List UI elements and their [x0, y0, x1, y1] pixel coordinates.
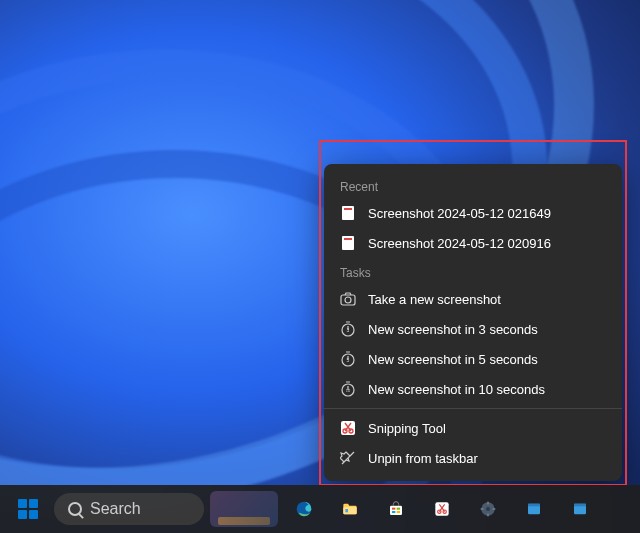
app-label: Snipping Tool — [368, 421, 446, 436]
svg-rect-15 — [392, 508, 395, 510]
svg-rect-17 — [392, 511, 395, 513]
svg-rect-31 — [574, 504, 586, 507]
task-label: Take a new screenshot — [368, 292, 501, 307]
taskbar-app-edge[interactable] — [284, 489, 324, 529]
svg-rect-25 — [487, 514, 488, 517]
svg-rect-26 — [481, 508, 484, 509]
task-label: New screenshot in 3 seconds — [368, 322, 538, 337]
edge-icon — [296, 501, 312, 517]
gear-icon — [480, 501, 496, 517]
snipping-tool-icon — [340, 420, 356, 436]
search-icon — [68, 502, 82, 516]
taskbar: Search — [0, 485, 640, 533]
svg-rect-14 — [390, 506, 402, 515]
recent-section-label: Recent — [324, 172, 622, 198]
task-label: New screenshot in 10 seconds — [368, 382, 545, 397]
timer-10-icon: 10 — [340, 381, 356, 397]
taskbar-app-snipping-tool[interactable] — [422, 489, 462, 529]
timer-3-icon: 3 — [340, 321, 356, 337]
svg-rect-29 — [528, 504, 540, 507]
taskbar-app-generic[interactable] — [560, 489, 600, 529]
recent-item[interactable]: Screenshot 2024-05-12 020916 — [324, 228, 622, 258]
svg-text:5: 5 — [347, 357, 350, 363]
widgets-button[interactable] — [210, 491, 278, 527]
search-box[interactable]: Search — [54, 493, 204, 525]
recent-item-label: Screenshot 2024-05-12 021649 — [368, 206, 551, 221]
svg-rect-18 — [397, 511, 400, 513]
open-app-item[interactable]: Snipping Tool — [324, 413, 622, 443]
svg-text:10: 10 — [346, 388, 351, 393]
svg-point-23 — [486, 507, 490, 511]
file-icon — [340, 205, 356, 221]
unpin-icon — [340, 450, 356, 466]
task-screenshot-3s[interactable]: 3 New screenshot in 3 seconds — [324, 314, 622, 344]
unpin-item[interactable]: Unpin from taskbar — [324, 443, 622, 473]
recent-item-label: Screenshot 2024-05-12 020916 — [368, 236, 551, 251]
svg-text:3: 3 — [347, 327, 350, 333]
svg-rect-13 — [345, 509, 348, 512]
separator — [324, 408, 622, 409]
unpin-label: Unpin from taskbar — [368, 451, 478, 466]
task-screenshot-5s[interactable]: 5 New screenshot in 5 seconds — [324, 344, 622, 374]
taskbar-app-explorer[interactable] — [330, 489, 370, 529]
file-icon — [340, 235, 356, 251]
svg-point-1 — [345, 297, 351, 303]
taskbar-app-settings[interactable] — [468, 489, 508, 529]
timer-5-icon: 5 — [340, 351, 356, 367]
app-icon — [572, 501, 588, 517]
svg-rect-27 — [493, 508, 496, 509]
svg-rect-24 — [487, 502, 488, 505]
taskbar-app-store[interactable] — [376, 489, 416, 529]
task-label: New screenshot in 5 seconds — [368, 352, 538, 367]
svg-rect-16 — [397, 508, 400, 510]
search-placeholder: Search — [90, 500, 141, 518]
windows-icon — [18, 499, 38, 519]
camera-icon — [340, 291, 356, 307]
snipping-tool-icon — [434, 501, 450, 517]
app-icon — [526, 501, 542, 517]
store-icon — [388, 501, 404, 517]
jumplist-menu: Recent Screenshot 2024-05-12 021649 Scre… — [324, 164, 622, 481]
taskbar-app-generic[interactable] — [514, 489, 554, 529]
tasks-section-label: Tasks — [324, 258, 622, 284]
start-button[interactable] — [8, 489, 48, 529]
folder-icon — [342, 501, 358, 517]
task-new-screenshot[interactable]: Take a new screenshot — [324, 284, 622, 314]
task-screenshot-10s[interactable]: 10 New screenshot in 10 seconds — [324, 374, 622, 404]
recent-item[interactable]: Screenshot 2024-05-12 021649 — [324, 198, 622, 228]
